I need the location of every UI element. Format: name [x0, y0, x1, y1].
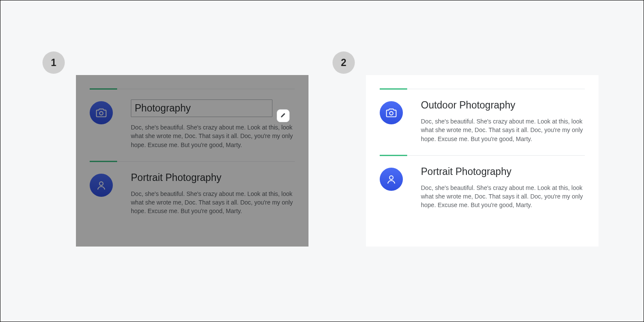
section-description: Doc, she's beautiful. She's crazy about …	[421, 117, 585, 143]
person-icon	[90, 174, 113, 197]
section-rule	[380, 89, 585, 89]
section-description: Doc, she's beautiful. She's crazy about …	[131, 190, 295, 216]
section-title: Outdoor Photography	[421, 99, 585, 111]
step-badge-1: 1	[42, 51, 65, 74]
section-portrait: Portrait Photography Doc, she's beautifu…	[380, 155, 585, 210]
section-photography: Doc, she's beautiful. She's crazy about …	[90, 89, 295, 149]
step-badge-2-label: 2	[341, 57, 347, 69]
section-outdoor: Outdoor Photography Doc, she's beautiful…	[380, 89, 585, 143]
card-result: Outdoor Photography Doc, she's beautiful…	[366, 75, 599, 247]
section-portrait: Portrait Photography Doc, she's beautifu…	[90, 161, 295, 216]
section-rule	[90, 161, 295, 162]
camera-icon	[90, 101, 113, 124]
step-badge-2: 2	[333, 51, 355, 74]
section-description: Doc, she's beautiful. She's crazy about …	[131, 123, 295, 149]
section-description: Doc, she's beautiful. She's crazy about …	[421, 184, 585, 210]
section-title: Portrait Photography	[131, 172, 295, 184]
person-icon	[380, 168, 403, 191]
svg-point-1	[100, 182, 103, 186]
section-title: Portrait Photography	[421, 166, 585, 178]
section-rule	[380, 155, 585, 156]
camera-icon	[380, 101, 403, 124]
svg-point-0	[100, 111, 103, 115]
pencil-icon	[281, 113, 286, 119]
svg-point-3	[390, 176, 393, 180]
section-rule	[90, 89, 295, 89]
step-badge-1-label: 1	[51, 57, 57, 69]
section-title-input[interactable]	[131, 99, 272, 117]
svg-point-2	[390, 111, 393, 115]
card-editing: Doc, she's beautiful. She's crazy about …	[76, 75, 308, 247]
edit-button[interactable]	[277, 109, 290, 122]
